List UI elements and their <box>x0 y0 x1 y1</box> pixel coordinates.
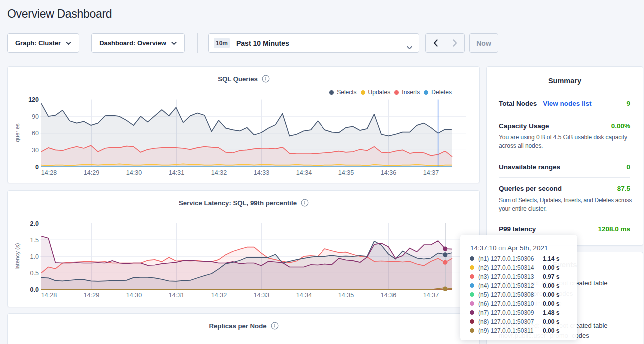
svg-text:14:29: 14:29 <box>84 169 99 176</box>
svg-text:2.0: 2.0 <box>30 220 39 227</box>
svg-text:0.5: 0.5 <box>30 270 39 277</box>
svg-text:queries: queries <box>14 123 20 142</box>
svg-text:14:35: 14:35 <box>338 169 354 176</box>
svg-text:14:32: 14:32 <box>211 292 227 299</box>
svg-text:14:37: 14:37 <box>423 292 439 299</box>
svg-text:14:31: 14:31 <box>169 292 184 299</box>
svg-text:60: 60 <box>32 130 39 137</box>
svg-text:30: 30 <box>32 147 39 154</box>
svg-text:14:34: 14:34 <box>296 169 312 176</box>
svg-text:1.0: 1.0 <box>30 253 39 260</box>
svg-text:latency (s): latency (s) <box>14 243 20 269</box>
svg-text:1.5: 1.5 <box>30 237 39 244</box>
svg-text:14:31: 14:31 <box>169 169 184 176</box>
svg-text:0.0: 0.0 <box>30 286 39 293</box>
svg-text:14:28: 14:28 <box>41 292 57 299</box>
svg-text:0: 0 <box>35 164 39 171</box>
svg-text:14:28: 14:28 <box>41 169 57 176</box>
svg-text:14:33: 14:33 <box>254 169 269 176</box>
svg-text:14:36: 14:36 <box>381 292 396 299</box>
svg-text:14:36: 14:36 <box>381 169 396 176</box>
svg-text:14:32: 14:32 <box>211 169 227 176</box>
svg-text:14:37: 14:37 <box>423 169 439 176</box>
svg-text:14:34: 14:34 <box>296 292 312 299</box>
svg-text:90: 90 <box>32 113 39 120</box>
svg-text:14:33: 14:33 <box>254 292 269 299</box>
svg-text:14:30: 14:30 <box>126 169 142 176</box>
svg-text:14:29: 14:29 <box>84 292 99 299</box>
svg-text:120: 120 <box>28 96 39 103</box>
svg-text:14:35: 14:35 <box>338 292 354 299</box>
svg-text:14:30: 14:30 <box>126 292 142 299</box>
